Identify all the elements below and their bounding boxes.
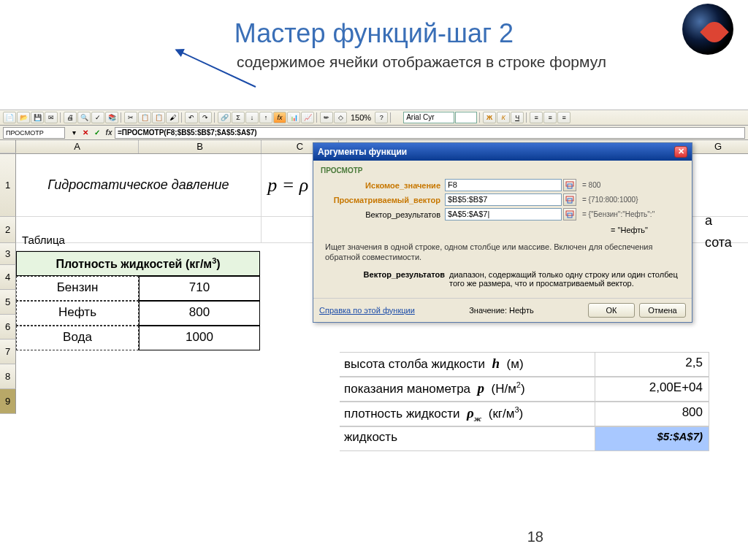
value-display: Значение: Нефть xyxy=(469,306,534,315)
save-icon[interactable]: 💾 xyxy=(31,112,44,123)
param-pressure-val[interactable]: 2,00E+04 xyxy=(595,377,709,401)
dialog-title-text: Аргументы функции xyxy=(318,147,407,157)
help-icon[interactable]: ? xyxy=(375,112,388,123)
redo-icon[interactable]: ↷ xyxy=(199,112,212,123)
format-painter-icon[interactable]: 🖌 xyxy=(166,112,179,123)
cell-benzin-val[interactable]: 710 xyxy=(139,276,260,301)
arg2-result: = {710:800:1000} xyxy=(582,196,638,204)
density-header[interactable]: Плотность жидкостей (кг/м3) xyxy=(16,251,260,276)
row-header-7[interactable]: 7 xyxy=(0,340,16,364)
drawing-icon[interactable]: ✏ xyxy=(320,112,333,123)
formula-bar: ПРОСМОТР ▾ ✕ ✓ fx =ПРОСМОТР(F8;$B$5:$B$7… xyxy=(0,126,748,140)
close-icon[interactable]: ✕ xyxy=(674,146,687,158)
result-preview: = "Нефть" xyxy=(321,223,684,239)
link-icon[interactable]: 🔗 xyxy=(218,112,231,123)
main-toolbar: 📄 📂 💾 ✉ 🖨 🔍 ✓ 📚 ✂ 📋 📋 🖌 ↶ ↷ 🔗 Σ ↓ ↑ fx 📊… xyxy=(0,110,748,126)
paste-icon[interactable]: 📋 xyxy=(152,112,165,123)
row-header-8[interactable]: 8 xyxy=(0,364,16,389)
underline-icon[interactable]: Ч xyxy=(511,112,524,123)
function-description: Ищет значения в одной строке, одном стол… xyxy=(321,239,684,269)
align-left-icon[interactable]: ≡ xyxy=(530,112,543,123)
arg2-input[interactable]: $B$5:$B$7 xyxy=(445,193,562,206)
cancel-button[interactable]: Отмена xyxy=(639,303,686,318)
italic-icon[interactable]: К xyxy=(497,112,510,123)
sum-icon[interactable]: Σ xyxy=(232,112,245,123)
col-header-g[interactable]: G xyxy=(700,140,736,153)
param-pressure-label[interactable]: показания манометра p (Н/м2) xyxy=(340,377,595,401)
chart2-icon[interactable]: 📈 xyxy=(301,112,314,123)
bold-icon[interactable]: Ж xyxy=(483,112,496,123)
partial-text-sota: сота xyxy=(705,235,732,250)
col-header-a[interactable]: A xyxy=(16,140,139,153)
cell-neft-val[interactable]: 800 xyxy=(139,301,260,326)
slide-subtitle: содержимое ячейки отображается в строке … xyxy=(95,53,748,71)
arg3-result: = {"Бензин":"Нефть":" xyxy=(582,210,654,218)
zoom-level[interactable]: 150% xyxy=(348,113,374,122)
mail-icon[interactable]: ✉ xyxy=(45,112,58,123)
param-height-val[interactable]: 2,5 xyxy=(595,353,709,376)
undo-icon[interactable]: ↶ xyxy=(185,112,198,123)
param-liquid-val[interactable]: $5:$A$7) xyxy=(595,427,709,450)
arg3-input[interactable]: $A$5:$A$7| xyxy=(445,208,562,220)
argument-description: Вектор_результатов диапазон, содержащий … xyxy=(321,269,684,295)
cell-neft-name[interactable]: Нефть xyxy=(16,301,139,326)
cell-voda-name[interactable]: Вода xyxy=(16,326,139,350)
arg1-input[interactable]: F8 xyxy=(445,179,562,191)
range-selector-icon[interactable] xyxy=(563,179,576,191)
print-icon[interactable]: 🖨 xyxy=(64,112,77,123)
parameters-table: высота столба жидкости h (м) 2,5 показан… xyxy=(340,352,709,451)
arg1-label: Искомое_значение xyxy=(321,181,445,190)
align-right-icon[interactable]: ≡ xyxy=(557,112,570,123)
open-icon[interactable]: 📂 xyxy=(17,112,30,123)
density-table-area: Таблица Плотность жидкостей (кг/м3) Бенз… xyxy=(16,229,260,350)
param-density-val[interactable]: 800 xyxy=(595,402,709,426)
select-all-corner[interactable] xyxy=(0,140,16,153)
cell-benzin-name[interactable]: Бензин xyxy=(16,276,139,301)
param-height-label[interactable]: высота столба жидкости h (м) xyxy=(340,353,595,376)
dropdown-icon[interactable]: ▾ xyxy=(69,128,79,138)
arg3-label: Вектор_результатов xyxy=(321,210,445,219)
copy-icon[interactable]: 📋 xyxy=(138,112,151,123)
accept-formula-icon[interactable]: ✓ xyxy=(92,128,102,138)
row-header-4[interactable]: 4 xyxy=(0,265,16,290)
preview-icon[interactable]: 🔍 xyxy=(77,112,91,123)
range-selector-icon[interactable] xyxy=(563,193,576,206)
row-header-3[interactable]: 3 xyxy=(0,243,16,265)
arg2-label: Просматриваемый_вектор xyxy=(321,196,445,204)
fx-icon[interactable]: fx xyxy=(104,128,114,138)
font-size-selector[interactable] xyxy=(455,112,477,123)
function-name: ПРОСМОТР xyxy=(321,166,684,174)
arg1-result: = 800 xyxy=(582,181,600,189)
function-arguments-dialog: Аргументы функции ✕ ПРОСМОТР Искомое_зна… xyxy=(313,142,692,323)
help-link[interactable]: Справка по этой функции xyxy=(319,306,415,315)
row-header-6[interactable]: 6 xyxy=(0,315,16,340)
row-header-9[interactable]: 9 xyxy=(0,389,16,414)
cancel-formula-icon[interactable]: ✕ xyxy=(80,128,91,138)
page-number: 18 xyxy=(527,529,543,545)
range-selector-icon[interactable] xyxy=(563,208,576,220)
row-header-5[interactable]: 5 xyxy=(0,290,16,315)
company-logo xyxy=(682,4,733,55)
param-density-label[interactable]: плотность жидкости ρж (кг/м3) xyxy=(340,402,595,426)
align-center-icon[interactable]: ≡ xyxy=(543,112,557,123)
new-doc-icon[interactable]: 📄 xyxy=(3,112,16,123)
cut-icon[interactable]: ✂ xyxy=(124,112,137,123)
research-icon[interactable]: 📚 xyxy=(105,112,118,123)
partial-text-a: а xyxy=(705,213,712,229)
spell-icon[interactable]: ✓ xyxy=(91,112,104,123)
shapes-icon[interactable]: ◇ xyxy=(334,112,347,123)
sort-desc-icon[interactable]: ↑ xyxy=(259,112,272,123)
dialog-titlebar[interactable]: Аргументы функции ✕ xyxy=(313,143,692,161)
col-header-b[interactable]: B xyxy=(139,140,262,153)
cell-hydro-title[interactable]: Гидростатическое давление xyxy=(16,154,262,216)
param-liquid-label[interactable]: жидкость xyxy=(340,427,595,450)
name-box[interactable]: ПРОСМОТР xyxy=(3,127,65,139)
chart-icon[interactable]: 📊 xyxy=(287,112,300,123)
table-label[interactable]: Таблица xyxy=(16,229,260,251)
ok-button[interactable]: ОК xyxy=(588,303,635,318)
formula-input[interactable]: =ПРОСМОТР(F8;$B$5:$B$7;$A$5:$A$7) xyxy=(115,127,745,139)
cell-voda-val[interactable]: 1000 xyxy=(139,326,260,350)
fx-button-icon[interactable]: fx xyxy=(273,112,286,123)
font-selector[interactable]: Arial Cyr xyxy=(403,112,454,123)
sort-asc-icon[interactable]: ↓ xyxy=(245,112,259,123)
